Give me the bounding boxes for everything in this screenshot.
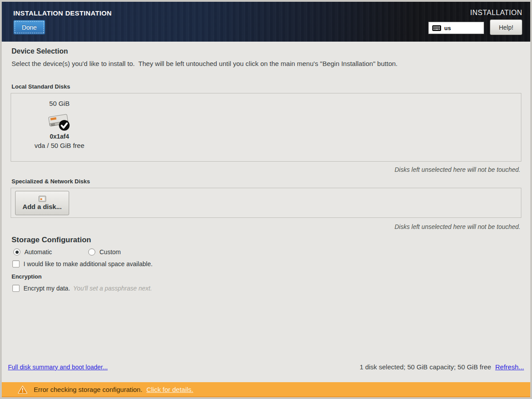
hard-disk-icon <box>47 112 72 132</box>
radio-automatic[interactable]: Automatic <box>13 248 52 256</box>
done-button[interactable]: Done <box>13 20 45 35</box>
device-selection-heading: Device Selection <box>12 47 521 55</box>
help-button[interactable]: Help! <box>490 19 522 35</box>
disk-tile-vda[interactable]: 50 GiB 0x1af4 vda <box>23 100 95 161</box>
reclaim-space-checkbox[interactable] <box>12 260 20 267</box>
radio-automatic-control[interactable] <box>13 248 20 256</box>
header-bar: INSTALLATION DESTINATION Done INSTALLATI… <box>2 2 530 42</box>
partitioning-options: Automatic Custom <box>13 248 521 256</box>
encrypt-data-checkbox[interactable] <box>12 285 20 292</box>
main-content: Device Selection Select the device(s) yo… <box>2 42 530 397</box>
device-selection-subtitle: Select the device(s) you'd like to insta… <box>12 60 521 67</box>
keyboard-layout-label: us <box>444 25 451 31</box>
warning-icon <box>18 385 27 394</box>
disk-free-label: vda / 50 GiB free <box>35 142 85 149</box>
keyboard-layout-indicator[interactable]: us <box>428 22 484 34</box>
page-title: INSTALLATION DESTINATION <box>13 9 112 17</box>
local-disks-note: Disks left unselected here will not be t… <box>11 166 520 173</box>
encrypt-data-row[interactable]: Encrypt my data. You'll set a passphrase… <box>12 285 521 292</box>
warning-details-link[interactable]: Click for details. <box>146 386 193 393</box>
local-disks-panel: 50 GiB 0x1af4 vda <box>11 93 521 162</box>
installer-window: INSTALLATION DESTINATION Done INSTALLATI… <box>0 0 532 399</box>
warning-message: Error checking storage configuration. <box>34 386 142 393</box>
encrypt-data-label: Encrypt my data. <box>23 285 70 292</box>
reclaim-space-row[interactable]: I would like to make additional space av… <box>12 260 521 267</box>
specialized-disks-heading: Specialized & Network Disks <box>12 178 521 185</box>
local-disks-heading: Local Standard Disks <box>12 83 521 90</box>
disk-model-label: 0x1af4 <box>50 133 69 140</box>
spoke-category-title: INSTALLATION <box>470 9 522 17</box>
keyboard-icon <box>432 25 441 31</box>
radio-automatic-label: Automatic <box>24 248 52 256</box>
radio-custom-control[interactable] <box>88 248 95 256</box>
reclaim-space-label: I would like to make additional space av… <box>23 260 153 267</box>
specialized-disks-note: Disks left unselected here will not be t… <box>11 223 520 230</box>
add-disk-icon <box>39 196 46 202</box>
add-disk-button[interactable]: Add a disk... <box>15 191 69 215</box>
disk-selection-status: 1 disk selected; 50 GiB capacity; 50 GiB… <box>360 363 491 371</box>
radio-custom-label: Custom <box>99 248 121 256</box>
encrypt-data-hint: You'll set a passphrase next. <box>73 285 152 292</box>
encryption-heading: Encryption <box>12 273 521 280</box>
footer-bar: Full disk summary and boot loader... 1 d… <box>8 363 524 371</box>
disk-size-label: 50 GiB <box>49 100 70 107</box>
error-warning-bar[interactable]: Error checking storage configuration. Cl… <box>2 382 530 397</box>
add-disk-label: Add a disk... <box>23 203 62 210</box>
full-disk-summary-link[interactable]: Full disk summary and boot loader... <box>8 364 108 371</box>
radio-custom[interactable]: Custom <box>88 248 121 256</box>
refresh-link[interactable]: Refresh... <box>495 363 524 371</box>
specialized-disks-panel: Add a disk... <box>11 188 521 218</box>
storage-configuration-heading: Storage Configuration <box>12 236 521 244</box>
radio-selected-dot <box>16 251 19 254</box>
